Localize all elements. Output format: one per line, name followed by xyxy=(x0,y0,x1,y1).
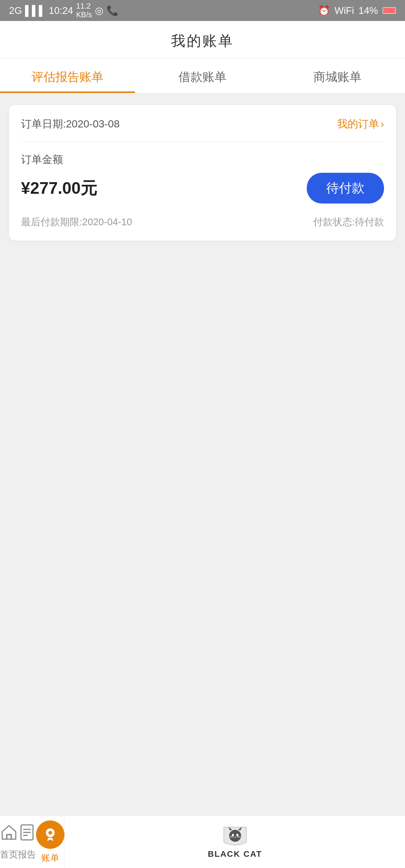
my-order-link[interactable]: 我的订单 › xyxy=(337,117,384,131)
battery-icon xyxy=(382,7,396,14)
wifi-icon: WiFi xyxy=(334,5,354,16)
tab-loan[interactable]: 借款账单 xyxy=(135,58,270,93)
pay-button[interactable]: 待付款 xyxy=(307,173,384,204)
page-header: 我的账单 xyxy=(0,21,405,58)
order-footer: 最后付款期限:2020-04-10 付款状态:待付款 xyxy=(21,216,384,229)
amount-label: 订单金额 xyxy=(21,153,384,167)
at-icon: ◎ xyxy=(95,5,104,16)
chevron-right-icon: › xyxy=(381,118,384,130)
network-indicator: 2G xyxy=(9,5,22,16)
signal-bars: ▌▌▌ xyxy=(25,5,46,16)
time: 10:24 xyxy=(49,5,73,16)
battery-percent: 14% xyxy=(358,5,378,16)
tab-assessment[interactable]: 评估报告账单 xyxy=(0,58,135,93)
order-payment-status: 付款状态:待付款 xyxy=(313,216,384,229)
phone-icon: 📞 xyxy=(106,5,118,16)
main-content: 订单日期:2020-03-08 我的订单 › 订单金额 ¥277.00元 待付款… xyxy=(0,94,405,693)
order-deadline: 最后付款期限:2020-04-10 xyxy=(21,216,132,229)
status-left: 2G ▌▌▌ 10:24 11.2KB/s ◎ 📞 xyxy=(9,2,118,19)
order-amount-row: ¥277.00元 待付款 xyxy=(21,173,384,204)
order-header: 订单日期:2020-03-08 我的订单 › xyxy=(21,117,384,131)
data-speed: 11.2KB/s xyxy=(76,2,92,19)
page-title: 我的账单 xyxy=(0,31,405,51)
divider xyxy=(21,142,384,142)
tab-mall[interactable]: 商城账单 xyxy=(270,58,405,93)
order-card: 订单日期:2020-03-08 我的订单 › 订单金额 ¥277.00元 待付款… xyxy=(9,105,396,241)
tab-bar: 评估报告账单 借款账单 商城账单 xyxy=(0,58,405,94)
order-amount: ¥277.00元 xyxy=(21,177,97,199)
status-right: ⏰ WiFi 14% xyxy=(318,5,396,16)
order-date: 订单日期:2020-03-08 xyxy=(21,117,120,131)
status-bar: 2G ▌▌▌ 10:24 11.2KB/s ◎ 📞 ⏰ WiFi 14% xyxy=(0,0,405,21)
alarm-icon: ⏰ xyxy=(318,5,330,16)
